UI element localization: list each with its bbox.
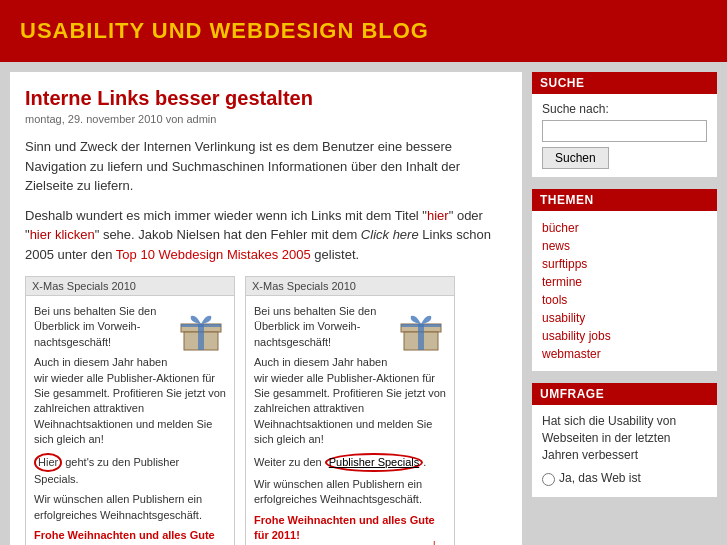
preview-box-1: X-Mas Specials 2010 (25, 276, 235, 545)
preview-container: X-Mas Specials 2010 (25, 276, 507, 545)
themen-item-usability-jobs[interactable]: usability jobs (542, 327, 707, 345)
preview-title-1: X-Mas Specials 2010 (26, 277, 234, 296)
hier-klicken-link[interactable]: hier klicken (30, 227, 95, 242)
search-input[interactable] (542, 120, 707, 142)
preview-title-2: X-Mas Specials 2010 (246, 277, 454, 296)
sidebar-themen-section: THEMEN bücher news surftipps termine too… (532, 189, 717, 371)
svg-rect-6 (418, 324, 424, 350)
umfrage-radio-1[interactable] (542, 473, 555, 486)
svg-rect-2 (198, 324, 204, 350)
sidebar-umfrage-section: UMFRAGE Hat sich die Usability von Webse… (532, 383, 717, 497)
gift-image-2 (396, 304, 446, 354)
preview-content-2: Bei uns behalten Sie den Überblick im Vo… (246, 296, 454, 545)
themen-item-surftipps[interactable]: surftipps (542, 255, 707, 273)
themen-item-tools[interactable]: tools (542, 291, 707, 309)
site-header: USABILITY UND WEBDESIGN BLOG (0, 0, 727, 62)
sidebar: SUCHE Suche nach: Suchen THEMEN bücher n… (532, 72, 717, 545)
sidebar-umfrage-header: UMFRAGE (532, 383, 717, 405)
themen-item-bucher[interactable]: bücher (542, 219, 707, 237)
sidebar-themen-header: THEMEN (532, 189, 717, 211)
umfrage-option-1: Ja, das Web ist (542, 471, 707, 486)
sidebar-search-body: Suche nach: Suchen (532, 94, 717, 177)
main-content: Interne Links besser gestalten montag, 2… (10, 72, 522, 545)
site-title: USABILITY UND WEBDESIGN BLOG (20, 18, 707, 44)
circled-publisher-specials: Publisher Specials (325, 453, 424, 472)
themen-item-news[interactable]: news (542, 237, 707, 255)
sidebar-search-header: SUCHE (532, 72, 717, 94)
umfrage-question: Hat sich die Usability von Webseiten in … (542, 413, 707, 463)
sidebar-themen-body: bücher news surftipps termine tools usab… (532, 211, 717, 371)
hier-link-1[interactable]: hier (427, 208, 449, 223)
post-meta: montag, 29. november 2010 von admin (25, 113, 507, 125)
post-paragraph-2: Deshalb wundert es mich immer wieder wen… (25, 206, 507, 265)
preview-content-1: Bei uns behalten Sie den Überblick im Vo… (26, 296, 234, 545)
umfrage-option-label-1: Ja, das Web ist (559, 471, 641, 485)
post-body: Sinn und Zweck der Internen Verlinkung i… (25, 137, 507, 264)
post-paragraph-1: Sinn und Zweck der Internen Verlinkung i… (25, 137, 507, 196)
circled-hier: Hier (34, 453, 62, 472)
svg-rect-3 (181, 324, 221, 327)
top10-link[interactable]: Top 10 Webdesign Mistakes 2005 (116, 247, 311, 262)
themen-item-usability[interactable]: usability (542, 309, 707, 327)
themen-item-webmaster[interactable]: webmaster (542, 345, 707, 363)
search-button[interactable]: Suchen (542, 147, 609, 169)
search-label: Suche nach: (542, 102, 707, 116)
red-arrow: ↓ (429, 531, 439, 545)
post-title: Interne Links besser gestalten (25, 87, 507, 110)
svg-rect-7 (401, 324, 441, 327)
publisher-specials-link[interactable]: Publisher Specials (329, 456, 420, 468)
sidebar-umfrage-body: Hat sich die Usability von Webseiten in … (532, 405, 717, 497)
sidebar-search-section: SUCHE Suche nach: Suchen (532, 72, 717, 177)
gift-image-1 (176, 304, 226, 354)
preview-box-2: X-Mas Specials 2010 (245, 276, 455, 545)
themen-item-termine[interactable]: termine (542, 273, 707, 291)
